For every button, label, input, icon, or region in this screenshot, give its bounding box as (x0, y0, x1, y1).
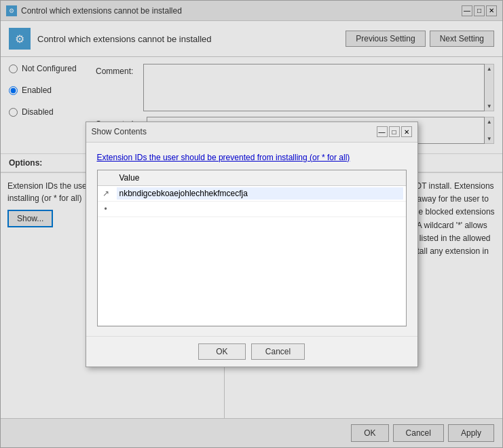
dialog-cancel-button[interactable]: Cancel (251, 343, 305, 360)
table-row: ↗ (98, 186, 406, 202)
table-header-num (98, 170, 114, 186)
dialog-title-bar: Show Contents — □ ✕ (86, 122, 417, 143)
dialog-title: Show Contents (92, 127, 147, 136)
row-1-num: ↗ (98, 186, 114, 202)
show-contents-dialog: Show Contents — □ ✕ Extension IDs the us… (86, 122, 418, 368)
row-1-input[interactable] (117, 187, 403, 200)
dialog-content: Extension IDs the user should be prevent… (86, 143, 417, 337)
dialog-description: Extension IDs the user should be prevent… (97, 152, 407, 164)
empty-rows (98, 217, 406, 326)
dialog-table: Value ↗ • (98, 170, 406, 326)
row-2-num: • (98, 202, 114, 217)
dialog-close-button[interactable]: ✕ (401, 126, 412, 137)
table-row-new: • (98, 202, 406, 217)
row-2-input[interactable] (117, 203, 403, 215)
table-header-value: Value (114, 170, 406, 186)
dialog-maximize-button[interactable]: □ (389, 126, 400, 137)
row-2-value-cell[interactable] (114, 202, 406, 217)
dialog-table-wrapper: Value ↗ • (97, 170, 407, 326)
dialog-minimize-button[interactable]: — (377, 126, 388, 137)
row-1-value-cell[interactable] (114, 186, 406, 202)
dialog-overlay: Show Contents — □ ✕ Extension IDs the us… (1, 1, 502, 447)
dialog-controls: — □ ✕ (377, 126, 412, 137)
dialog-ok-button[interactable]: OK (198, 343, 246, 360)
main-window: ⚙ Control which extensions cannot be ins… (0, 0, 503, 448)
dialog-footer: OK Cancel (86, 336, 417, 367)
